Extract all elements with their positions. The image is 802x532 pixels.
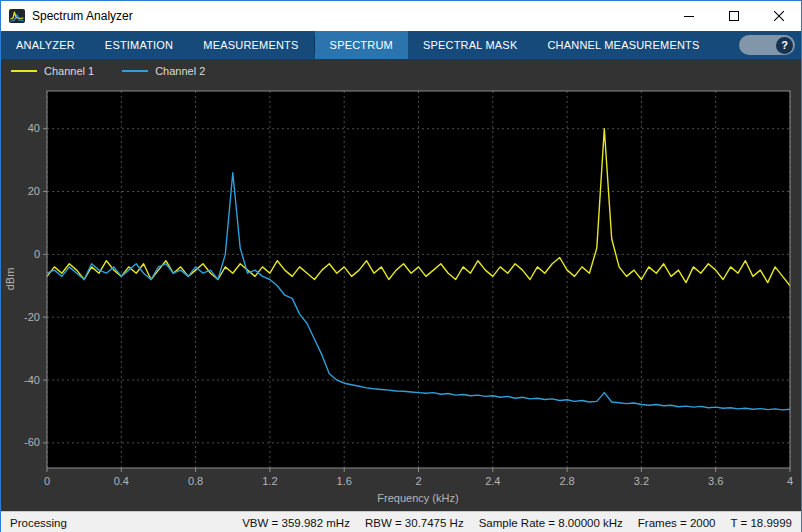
svg-text:0.8: 0.8: [188, 475, 203, 487]
svg-text:-40: -40: [24, 374, 40, 386]
svg-text:-60: -60: [24, 436, 40, 448]
tab-channel-measurements[interactable]: CHANNEL MEASUREMENTS: [532, 31, 714, 59]
minimize-button[interactable]: [666, 1, 711, 31]
status-time: T = 18.9999: [731, 517, 793, 529]
close-icon: [774, 11, 784, 21]
tab-measurements[interactable]: MEASUREMENTS: [188, 31, 313, 59]
help-pill: ?: [739, 35, 795, 55]
title-bar[interactable]: Spectrum Analyzer: [1, 1, 801, 31]
status-state: Processing: [10, 517, 67, 529]
minimize-icon: [684, 11, 694, 21]
spectrum-analyzer-window: Spectrum Analyzer ANALYZER ESTIMATION ME…: [0, 0, 802, 532]
svg-text:3.6: 3.6: [708, 475, 723, 487]
tab-spectrum[interactable]: SPECTRUM: [315, 31, 408, 59]
status-vbw: VBW = 359.982 mHz: [242, 517, 350, 529]
status-bar: Processing VBW = 359.982 mHz RBW = 30.74…: [1, 511, 801, 532]
tab-analyzer[interactable]: ANALYZER: [1, 31, 90, 59]
svg-text:2.8: 2.8: [559, 475, 574, 487]
x-axis-label: Frequency (kHz): [377, 492, 458, 504]
svg-text:2: 2: [415, 475, 421, 487]
svg-text:1.6: 1.6: [337, 475, 352, 487]
svg-text:2.4: 2.4: [485, 475, 500, 487]
svg-text:-20: -20: [24, 311, 40, 323]
figure-area: Channel 1 Channel 2 00.40.81.21.622.42.8…: [1, 59, 801, 511]
svg-text:0: 0: [34, 248, 40, 260]
svg-text:0: 0: [44, 475, 50, 487]
y-axis-label: dBm: [4, 268, 16, 291]
legend-item-channel-1[interactable]: Channel 1: [11, 65, 94, 77]
help-area: ?: [739, 31, 801, 59]
close-button[interactable]: [756, 1, 801, 31]
question-mark-icon: ?: [781, 39, 788, 51]
toolstrip: ANALYZER ESTIMATION MEASUREMENTS SPECTRU…: [1, 31, 801, 59]
svg-text:0.4: 0.4: [114, 475, 129, 487]
legend-item-channel-2[interactable]: Channel 2: [122, 65, 205, 77]
svg-text:4: 4: [787, 475, 793, 487]
legend-label: Channel 1: [44, 65, 94, 77]
svg-text:40: 40: [28, 122, 40, 134]
legend-label: Channel 2: [155, 65, 205, 77]
maximize-button[interactable]: [711, 1, 756, 31]
tab-spectral-mask[interactable]: SPECTRAL MASK: [408, 31, 533, 59]
status-measurements: VBW = 359.982 mHz RBW = 30.7475 Hz Sampl…: [242, 517, 792, 529]
svg-text:1.2: 1.2: [262, 475, 277, 487]
help-button[interactable]: ?: [776, 37, 793, 54]
app-icon: [9, 8, 25, 24]
tab-estimation[interactable]: ESTIMATION: [90, 31, 188, 59]
spectrum-plot[interactable]: 00.40.81.21.622.42.83.23.64-60-40-200204…: [1, 83, 801, 511]
channel-1-line-swatch: [11, 70, 37, 72]
status-rbw: RBW = 30.7475 Hz: [365, 517, 464, 529]
status-frames: Frames = 2000: [638, 517, 716, 529]
legend: Channel 1 Channel 2: [1, 59, 801, 83]
status-sample-rate: Sample Rate = 8.00000 kHz: [479, 517, 623, 529]
maximize-icon: [729, 11, 739, 21]
svg-text:3.2: 3.2: [634, 475, 649, 487]
channel-2-line-swatch: [122, 70, 148, 72]
svg-text:20: 20: [28, 185, 40, 197]
window-title: Spectrum Analyzer: [32, 9, 666, 23]
